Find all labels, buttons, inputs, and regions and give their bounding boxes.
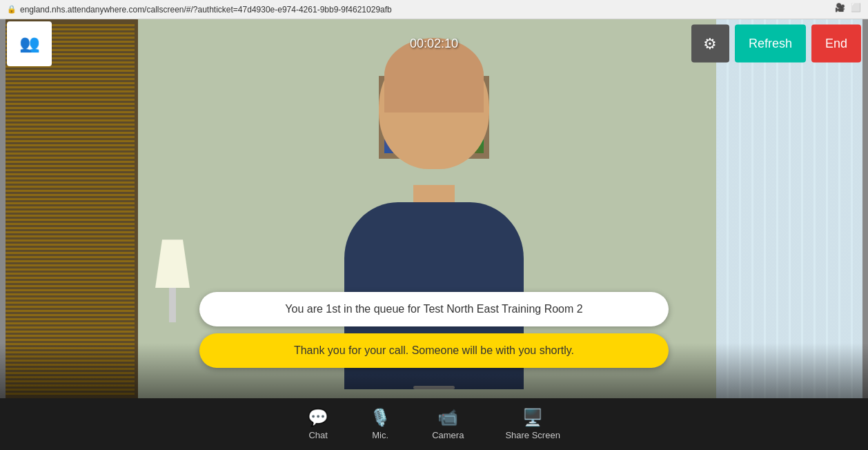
thank-you-message: Thank you for your call. Someone will be… (199, 333, 669, 368)
logo-icon: 👥 (19, 34, 40, 53)
browser-icons: 🎥 ⬜ (835, 3, 861, 12)
call-container: 👥 00:02:10 ⚙ Refresh End You are 1st in … (0, 19, 868, 450)
end-button[interactable]: End (811, 25, 861, 63)
video-left-border (0, 19, 6, 398)
logo-box: 👥 (7, 21, 52, 66)
overlay-messages: You are 1st in the queue for Test North … (199, 292, 669, 368)
video-area: 👥 00:02:10 ⚙ Refresh End You are 1st in … (0, 19, 868, 398)
room-lamp (152, 239, 193, 322)
top-bar: 👥 00:02:10 ⚙ Refresh End (0, 19, 868, 68)
refresh-button[interactable]: Refresh (735, 25, 806, 63)
camera-icon: 📹 (437, 408, 458, 427)
lock-icon: 🔒 (7, 5, 17, 14)
call-timer: 00:02:10 (410, 37, 458, 51)
camera-button[interactable]: 📹 Camera (432, 408, 464, 440)
room-bookshelf (0, 19, 138, 398)
mic-button[interactable]: 🎙️ Mic. (370, 408, 391, 440)
browser-bar: 🔒 england.nhs.attendanywhere.com/callscr… (0, 0, 868, 19)
chat-label: Chat (308, 430, 327, 440)
chat-icon: 💬 (308, 408, 328, 427)
gear-icon: ⚙ (703, 35, 717, 52)
top-right-buttons: ⚙ Refresh End (691, 25, 861, 63)
mic-icon: 🎙️ (370, 408, 391, 427)
share-screen-label: Share Screen (505, 430, 560, 440)
bottom-toolbar: 💬 Chat 🎙️ Mic. 📹 Camera 🖥️ Share Screen (0, 398, 868, 450)
window-controls: ⬜ (851, 3, 861, 12)
share-screen-icon: 🖥️ (522, 408, 543, 427)
share-screen-button[interactable]: 🖥️ Share Screen (505, 408, 560, 440)
queue-message: You are 1st in the queue for Test North … (199, 292, 669, 326)
settings-button[interactable]: ⚙ (691, 25, 729, 63)
room-window (716, 19, 868, 398)
camera-label: Camera (432, 430, 464, 440)
browser-url: england.nhs.attendanywhere.com/callscree… (20, 5, 392, 14)
chat-button[interactable]: 💬 Chat (308, 408, 328, 440)
mic-label: Mic. (372, 430, 388, 440)
video-icon: 🎥 (835, 3, 845, 12)
video-right-border (862, 19, 868, 398)
